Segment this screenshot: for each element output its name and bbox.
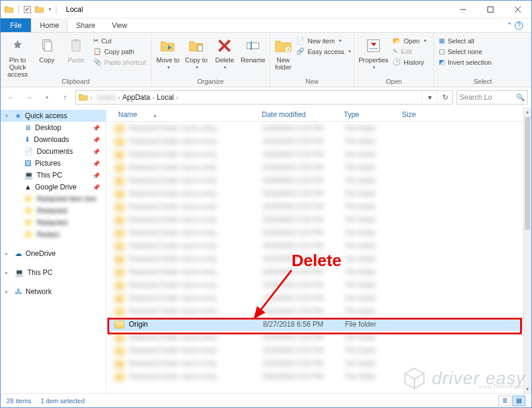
table-row[interactable]: Redacted folder name entry0/00/0000 0:00… (106, 135, 523, 148)
search-placeholder: Search Lo (460, 93, 492, 102)
nav-item-redacted[interactable]: 📁Redacted (1, 217, 106, 229)
nav-item-redacted[interactable]: 📁Redacted item text (1, 193, 106, 205)
copy-icon (37, 36, 56, 55)
maximize-button[interactable] (477, 1, 504, 18)
watermark: driver easy www.DriverEasy. (402, 366, 525, 391)
table-row[interactable]: Redacted folder name entry0/00/0000 0:00… (106, 213, 523, 226)
scissors-icon: ✂ (93, 37, 99, 45)
nav-thispc[interactable]: ▸💻This PC (1, 267, 106, 279)
scrollbar-thumb[interactable] (525, 117, 530, 230)
pin-icon: 📌 (93, 125, 103, 131)
table-row[interactable]: Redacted folder name entry0/00/0000 0:00… (106, 292, 523, 305)
nav-thispc-quick[interactable]: 💻This PC📌 (1, 169, 106, 181)
view-icons-button[interactable]: ▦ (512, 396, 525, 406)
breadcrumb[interactable]: Local (154, 91, 176, 104)
new-folder-button[interactable]: ✦New folder (274, 35, 293, 71)
vertical-scrollbar[interactable]: ▴ ▾ (523, 107, 531, 393)
cut-button[interactable]: ✂Cut (92, 36, 147, 45)
open-button[interactable]: 📂Open▾ (391, 36, 428, 45)
help-icon[interactable]: ? (515, 21, 523, 30)
group-new-label: New (270, 78, 354, 87)
pin-quick-access-button[interactable]: Pin to Quick access (4, 35, 31, 78)
copy-to-button[interactable]: Copy to▾ (183, 35, 210, 70)
status-item-count: 28 items (7, 397, 31, 404)
delete-x-icon (215, 36, 234, 55)
move-to-button[interactable]: Move to▾ (155, 35, 181, 70)
minimize-button[interactable] (449, 1, 477, 18)
table-row-origin[interactable]: Origin8/27/2018 6:56 PMFile folder (106, 318, 523, 331)
qat-dropdown-icon[interactable]: ▾ (49, 7, 51, 12)
moveto-icon (159, 36, 178, 55)
select-all-button[interactable]: ▦Select all (438, 36, 493, 45)
group-organize-label: Organize (151, 78, 270, 87)
group-open-label: Open (354, 78, 433, 87)
tab-share[interactable]: Share (68, 18, 103, 32)
nav-forward-button[interactable]: → (22, 90, 36, 105)
col-date[interactable]: Date modified (258, 110, 340, 119)
rename-button[interactable]: Rename (240, 35, 266, 64)
nav-documents[interactable]: 📄Documents📌 (1, 146, 106, 157)
nav-pictures[interactable]: 🖼Pictures📌 (1, 157, 106, 169)
table-row[interactable]: Redacted folder name entry0/00/0000 0:00… (106, 279, 523, 292)
paste-icon (66, 36, 86, 55)
nav-downloads[interactable]: ⬇Downloads📌 (1, 134, 106, 146)
col-size[interactable]: Size (398, 110, 440, 119)
col-type[interactable]: Type (340, 110, 398, 119)
qat-checkbox-icon[interactable]: ✔ (24, 6, 31, 13)
nav-quick-access[interactable]: ▾★Quick access (1, 110, 106, 122)
nav-googledrive[interactable]: ▲Google Drive📌 (1, 181, 106, 193)
search-input[interactable]: Search Lo 🔍 (457, 90, 528, 105)
nav-back-button[interactable]: ← (4, 90, 18, 105)
table-row[interactable]: Redacted folder name entry0/00/0000 0:00… (106, 200, 523, 213)
nav-item-redacted[interactable]: 📁Redacted (1, 205, 106, 217)
address-bar[interactable]: › (user)› AppData› Local› ▾ ↻ (75, 90, 453, 105)
nav-item-redacted[interactable]: 📁Redact (1, 229, 106, 241)
tab-home[interactable]: Home (31, 18, 68, 32)
tab-file[interactable]: File (1, 18, 31, 32)
table-row[interactable]: Redacted folder name entry0/00/0000 0:00… (106, 122, 523, 135)
svg-rect-8 (198, 45, 202, 51)
nav-network[interactable]: ▸🖧Network (1, 286, 106, 298)
table-row[interactable]: Redacted folder name entry0/00/0000 0:00… (106, 344, 523, 357)
easy-access-button[interactable]: 🔗Easy access▾ (295, 47, 352, 56)
col-name[interactable]: Name▴ (115, 110, 258, 119)
breadcrumb[interactable]: (user) (94, 91, 118, 104)
table-row[interactable]: Redacted folder name entry0/00/0000 0:00… (106, 187, 523, 200)
close-button[interactable] (504, 1, 531, 18)
refresh-button[interactable]: ↻ (437, 91, 452, 104)
table-row[interactable]: Redacted folder name entry0/00/0000 0:00… (106, 305, 523, 318)
new-item-button[interactable]: 📄New item▾ (295, 36, 352, 45)
delete-button[interactable]: Delete▾ (212, 35, 238, 70)
folder-icon (78, 93, 88, 102)
nav-up-button[interactable]: ↑ (58, 90, 72, 105)
edit-button[interactable]: ✎Edit (391, 47, 428, 56)
table-row[interactable]: Redacted folder name entry0/00/0000 0:00… (106, 161, 523, 174)
documents-icon: 📄 (24, 147, 33, 156)
annotation-delete-label: Delete (292, 251, 341, 270)
table-row[interactable]: Redacted folder name entry0/00/0000 0:00… (106, 226, 523, 239)
view-details-button[interactable]: ≣ (498, 396, 511, 406)
nav-recent-button[interactable]: ▾ (40, 90, 54, 105)
table-row[interactable]: Redacted folder name entry0/00/0000 0:00… (106, 331, 523, 344)
file-list[interactable]: Name▴ Date modified Type Size Redacted f… (106, 107, 531, 393)
select-none-button[interactable]: ▢Select none (438, 47, 493, 56)
ribbon-collapse[interactable]: ⌃? (498, 18, 531, 32)
paste-button[interactable]: Paste (62, 35, 89, 64)
navigation-pane[interactable]: ▾★Quick access 🖥Desktop📌 ⬇Downloads📌 📄Do… (1, 107, 106, 393)
address-dropdown-button[interactable]: ▾ (422, 91, 437, 104)
properties-button[interactable]: Properties▾ (358, 35, 389, 70)
edit-icon: ✎ (392, 48, 398, 55)
copy-button[interactable]: Copy (33, 35, 60, 64)
tab-view[interactable]: View (103, 18, 135, 32)
scroll-up-arrow[interactable]: ▴ (524, 107, 531, 116)
paste-shortcut-button[interactable]: 📎Paste shortcut (92, 58, 147, 67)
breadcrumb[interactable]: AppData (120, 91, 153, 104)
history-button[interactable]: 🕑History (391, 58, 428, 67)
copy-path-button[interactable]: 📋Copy path (92, 47, 147, 56)
nav-desktop[interactable]: 🖥Desktop📌 (1, 122, 106, 134)
invert-selection-button[interactable]: ◩Invert selection (438, 58, 493, 67)
table-row[interactable]: Redacted folder name entry0/00/0000 0:00… (106, 174, 523, 187)
table-row[interactable]: Redacted folder name entry0/00/0000 0:00… (106, 239, 523, 252)
table-row[interactable]: Redacted folder name entry0/00/0000 0:00… (106, 148, 523, 161)
nav-onedrive[interactable]: ▸☁OneDrive (1, 248, 106, 260)
